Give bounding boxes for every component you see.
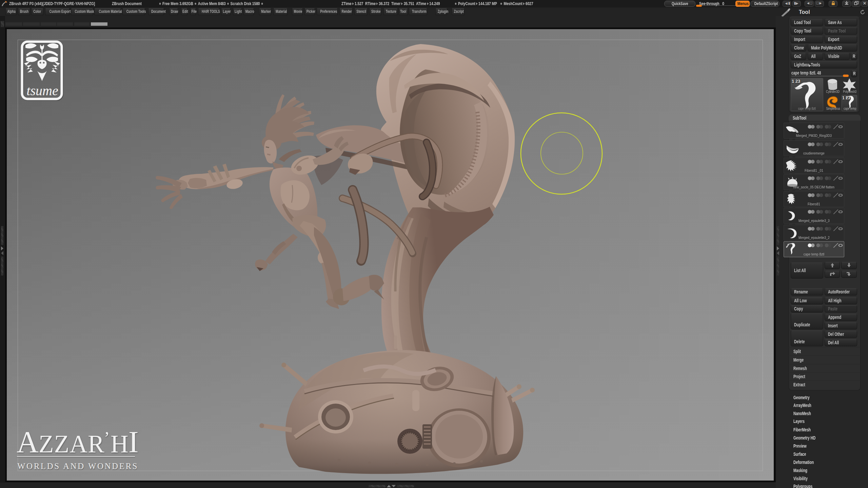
svg-text:tsume: tsume <box>26 83 58 98</box>
